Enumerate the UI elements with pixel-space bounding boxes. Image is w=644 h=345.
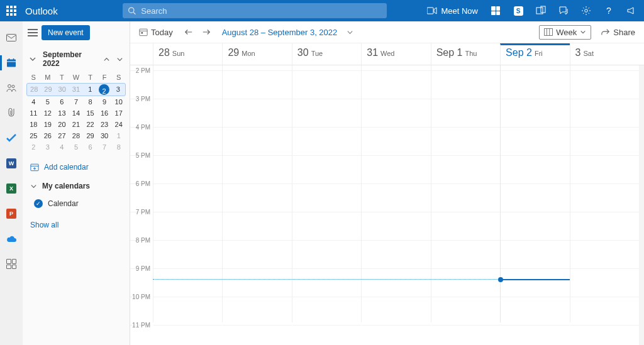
mini-day-cell[interactable]: 12	[41, 107, 55, 119]
mini-day-cell[interactable]: 6	[83, 141, 97, 153]
search-input[interactable]	[141, 6, 382, 16]
mini-day-cell[interactable]: 7	[97, 141, 112, 153]
skype-icon[interactable]: S	[513, 6, 523, 16]
mini-day-cell[interactable]: 8	[83, 96, 97, 107]
svg-rect-20	[545, 28, 553, 35]
mini-day-cell[interactable]: 19	[41, 119, 55, 130]
mini-day-cell[interactable]: 2	[26, 141, 41, 153]
mini-day-cell[interactable]: 1	[111, 130, 126, 141]
day-header[interactable]: Sep 1Thu	[431, 43, 500, 65]
day-header[interactable]: 29Mon	[222, 43, 291, 65]
app-launcher-icon[interactable]	[6, 6, 16, 16]
day-header[interactable]: Sep 2Fri	[500, 43, 569, 65]
rail-word[interactable]: W	[5, 157, 18, 170]
mini-day-cell[interactable]: 15	[83, 107, 97, 119]
mini-day-cell[interactable]: 11	[26, 107, 41, 119]
day-column[interactable]	[570, 65, 639, 322]
next-week-icon[interactable]	[202, 28, 211, 36]
mini-day-cell[interactable]: 21	[69, 119, 84, 130]
mini-day-cell[interactable]: 28	[27, 84, 41, 96]
search-box[interactable]	[123, 3, 387, 18]
today-button[interactable]: Today	[136, 26, 175, 39]
meet-now-button[interactable]: Meet Now	[427, 6, 478, 16]
hour-label: 7 PM	[130, 209, 150, 216]
mini-day-cell[interactable]: 13	[55, 107, 69, 119]
mini-day-cell[interactable]: 8	[111, 141, 126, 153]
rail-calendar[interactable]	[5, 57, 18, 69]
hamburger-icon[interactable]	[28, 29, 38, 36]
day-header[interactable]: 3Sat	[570, 43, 639, 65]
week-view-icon	[544, 28, 553, 36]
rail-more-apps[interactable]	[5, 258, 18, 270]
mini-day-cell[interactable]: 28	[69, 130, 84, 141]
mini-day-cell[interactable]: 29	[83, 130, 97, 141]
view-selector[interactable]: Week	[539, 25, 591, 40]
day-header[interactable]: 31Wed	[361, 43, 430, 65]
rail-people[interactable]	[5, 82, 18, 94]
rail-excel[interactable]: X	[5, 182, 18, 195]
mini-day-cell[interactable]: 22	[83, 119, 97, 130]
day-column[interactable]	[500, 65, 569, 322]
mini-day-cell[interactable]: 5	[69, 141, 84, 153]
show-all-link[interactable]: Show all	[23, 212, 130, 238]
mini-day-cell[interactable]: 10	[111, 96, 126, 107]
mini-day-cell[interactable]: 18	[26, 119, 41, 130]
mini-day-cell[interactable]: 27	[55, 130, 69, 141]
mini-day-cell[interactable]: 26	[41, 130, 55, 141]
day-header[interactable]: 30Tue	[292, 43, 361, 65]
mini-week-row: 45678910	[26, 96, 126, 107]
month-next-icon[interactable]	[116, 56, 123, 63]
grid-apps-icon[interactable]	[491, 6, 501, 16]
day-header[interactable]: 28Sun	[153, 43, 222, 65]
rail-onedrive[interactable]	[5, 233, 18, 245]
day-column[interactable]	[222, 65, 291, 322]
chat-icon[interactable]	[558, 6, 569, 16]
mini-day-cell[interactable]: 7	[69, 96, 84, 107]
mini-day-cell[interactable]: 5	[41, 96, 55, 107]
svg-point-0	[129, 8, 134, 13]
rail-powerpoint[interactable]: P	[5, 207, 18, 220]
mini-day-cell[interactable]: 14	[69, 107, 84, 119]
day-column[interactable]	[431, 65, 500, 322]
my-calendars-section[interactable]: My calendars	[23, 177, 130, 195]
mini-day-cell[interactable]: 20	[55, 119, 69, 130]
rail-files[interactable]	[5, 107, 18, 119]
mini-day-cell[interactable]: 1	[83, 84, 97, 96]
mini-day-cell[interactable]: 6	[55, 96, 69, 107]
mini-day-cell[interactable]: 29	[41, 84, 55, 96]
day-column[interactable]	[292, 65, 361, 322]
mini-day-cell[interactable]: 17	[111, 107, 126, 119]
mini-day-cell[interactable]: 2	[97, 84, 111, 96]
mini-day-cell[interactable]: 4	[55, 141, 69, 153]
day-column[interactable]	[153, 65, 222, 322]
calendar-list-item[interactable]: ✓ Calendar	[23, 195, 130, 212]
mini-day-cell[interactable]: 30	[55, 84, 69, 96]
add-calendar-link[interactable]: Add calendar	[23, 158, 130, 177]
mini-day-cell[interactable]: 31	[69, 84, 83, 96]
share-button[interactable]: Share	[599, 26, 638, 39]
mini-day-cell[interactable]: 9	[97, 96, 112, 107]
day-column[interactable]	[361, 65, 430, 322]
mini-day-cell[interactable]: 3	[41, 141, 55, 153]
chevron-down-icon[interactable]	[29, 55, 36, 63]
mini-day-cell[interactable]: 24	[111, 119, 126, 130]
mini-day-cell[interactable]: 25	[26, 130, 41, 141]
calendar-grid[interactable]: 1 PM2 PM3 PM4 PM5 PM6 PM7 PM8 PM9 PM10 P…	[130, 65, 644, 345]
mini-day-cell[interactable]: 23	[97, 119, 112, 130]
prev-week-icon[interactable]	[184, 28, 193, 36]
rail-mail[interactable]	[5, 31, 18, 44]
gear-icon[interactable]	[581, 6, 591, 16]
megaphone-icon[interactable]	[626, 6, 636, 16]
help-icon[interactable]: ?	[604, 6, 614, 16]
mini-day-cell[interactable]: 30	[97, 130, 112, 141]
date-range-button[interactable]: August 28 – September 3, 2022	[219, 26, 357, 39]
month-prev-icon[interactable]	[103, 56, 110, 63]
rail-todo[interactable]	[5, 132, 18, 145]
mini-day-cell[interactable]: 3	[111, 84, 125, 96]
scrollbar[interactable]	[639, 65, 644, 345]
mini-day-cell[interactable]: 16	[97, 107, 112, 119]
new-event-button[interactable]: New event	[42, 25, 90, 40]
mini-day-cell[interactable]: 4	[26, 96, 41, 107]
teams-icon[interactable]	[536, 6, 546, 16]
calendar-toolbar: Today August 28 – September 3, 2022 Week…	[130, 21, 644, 43]
